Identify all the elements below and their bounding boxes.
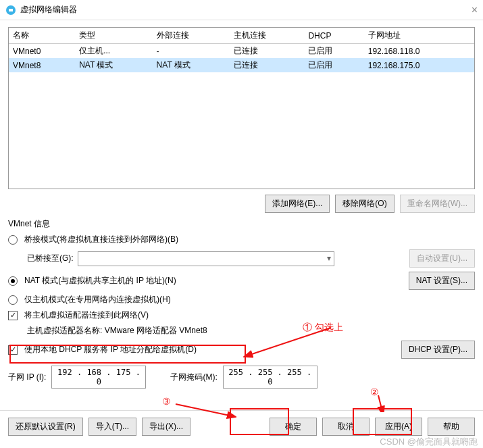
network-table[interactable]: 名称类型外部连接主机连接DHCP子网地址 VMnet0仅主机...-已连接已启用… [8, 27, 475, 189]
bridge-radio[interactable] [8, 235, 18, 245]
titlebar: 虚拟网络编辑器 × [0, 0, 483, 20]
apply-button[interactable]: 应用(A) [375, 418, 422, 436]
table-row[interactable]: VMnet8NAT 模式NAT 模式已连接已启用192.168.175.0 [9, 58, 474, 72]
vmnet-info-title: VMnet 信息 [8, 218, 475, 230]
hostonly-radio[interactable] [8, 295, 18, 305]
connect-adapter-checkbox[interactable] [8, 311, 18, 320]
col-header[interactable]: 类型 [75, 28, 152, 44]
rename-network-button: 重命名网络(W)... [400, 195, 475, 213]
restore-defaults-button[interactable]: 还原默认设置(R) [8, 418, 83, 436]
app-icon [5, 5, 16, 16]
table-row[interactable]: VMnet0仅主机...-已连接已启用192.168.118.0 [9, 44, 474, 59]
svg-rect-1 [9, 9, 13, 11]
adapter-name-label: 主机虚拟适配器名称: VMware 网络适配器 VMnet8 [27, 325, 207, 337]
hostonly-label: 仅主机模式(在专用网络内连接虚拟机)(H) [24, 294, 171, 305]
col-header[interactable]: 外部连接 [153, 28, 230, 44]
col-header[interactable]: 子网地址 [364, 28, 474, 44]
help-button[interactable]: 帮助 [428, 418, 475, 436]
connect-adapter-label: 将主机虚拟适配器连接到此网络(V) [24, 309, 149, 321]
import-button[interactable]: 导入(T)... [88, 418, 136, 436]
cancel-button[interactable]: 取消 [322, 418, 370, 436]
add-network-button[interactable]: 添加网络(E)... [265, 195, 330, 213]
watermark: CSDN @偷完面具就嘚跑 [380, 436, 478, 448]
subnet-mask-label: 子网掩码(M): [170, 372, 217, 383]
bridged-to-select [78, 251, 334, 266]
dhcp-label: 使用本地 DHCP 服务将 IP 地址分配给虚拟机(D) [24, 344, 197, 355]
window-title: 虚拟网络编辑器 [20, 4, 77, 16]
nat-radio[interactable] [8, 276, 18, 286]
subnet-ip-input[interactable]: 192 . 168 . 175 . 0 [51, 366, 146, 389]
col-header[interactable]: DHCP [304, 28, 363, 44]
dhcp-checkbox[interactable] [8, 345, 18, 355]
col-header[interactable]: 主机连接 [230, 28, 304, 44]
col-header[interactable]: 名称 [9, 28, 75, 44]
bridge-label: 桥接模式(将虚拟机直接连接到外部网络)(B) [24, 234, 178, 245]
subnet-ip-label: 子网 IP (I): [8, 372, 46, 383]
ok-button[interactable]: 确定 [270, 418, 317, 436]
bridged-to-label: 已桥接至(G): [27, 253, 74, 264]
footer: 还原默认设置(R) 导入(T)... 导出(X)... 确定 取消 应用(A) … [0, 410, 483, 436]
subnet-mask-input[interactable]: 255 . 255 . 255 . 0 [223, 366, 317, 389]
auto-settings-button: 自动设置(U)... [409, 249, 475, 268]
close-icon[interactable]: × [472, 4, 478, 16]
export-button[interactable]: 导出(X)... [142, 418, 190, 436]
nat-label: NAT 模式(与虚拟机共享主机的 IP 地址)(N) [24, 275, 176, 287]
remove-network-button[interactable]: 移除网络(O) [335, 195, 394, 213]
dhcp-settings-button[interactable]: DHCP 设置(P)... [401, 341, 475, 359]
nat-settings-button[interactable]: NAT 设置(S)... [409, 272, 475, 290]
